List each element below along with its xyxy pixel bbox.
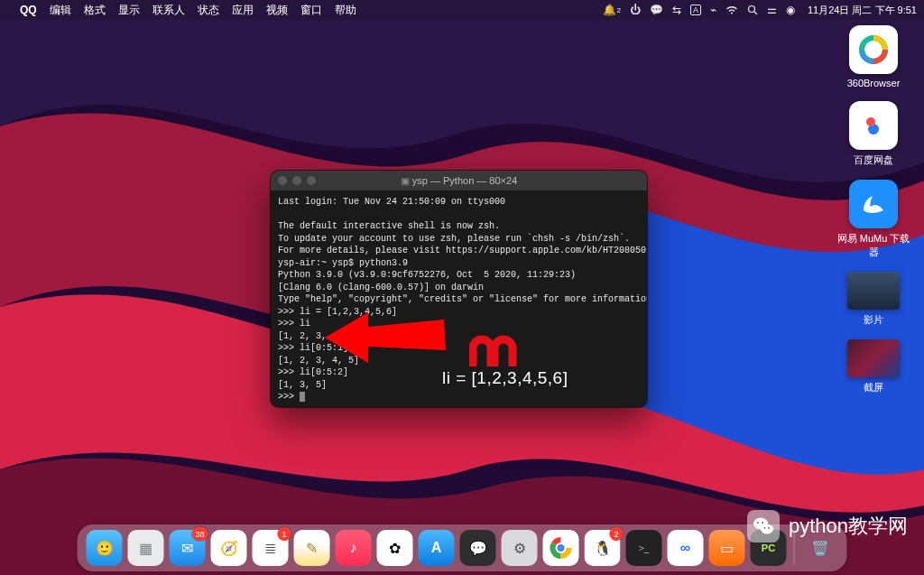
dock-finder[interactable]: 🙂 (87, 530, 123, 566)
siri-icon[interactable]: ◉ (786, 4, 795, 16)
sync-icon[interactable]: ⇆ (672, 4, 681, 16)
menu-video[interactable]: 视频 (266, 3, 288, 18)
dock-mail[interactable]: ✉︎38 (170, 530, 206, 566)
annotation-text: li = [1,2,3,4,5,6] (442, 368, 568, 388)
dock-qq[interactable]: 🐧2 (585, 530, 621, 566)
svg-point-13 (764, 527, 766, 529)
menu-status[interactable]: 状态 (198, 3, 219, 18)
menu-apps[interactable]: 应用 (232, 3, 254, 18)
window-titlebar[interactable]: ▣ ysp — Python — 80×24 (271, 171, 647, 190)
menu-edit[interactable]: 编辑 (50, 3, 71, 18)
svg-point-11 (757, 522, 759, 524)
annotation-logo (469, 334, 520, 370)
desktop-icons: 360Browser 百度网盘 网易 MuMu 下载器 影片 截屏 (836, 25, 911, 394)
dock-notes[interactable]: ✎ (294, 530, 330, 566)
app-name[interactable]: QQ (20, 4, 37, 16)
desktop-icon-mumu[interactable]: 网易 MuMu 下载器 (836, 180, 911, 259)
menu-contacts[interactable]: 联系人 (152, 3, 185, 18)
watermark: python教学网 (747, 510, 908, 543)
desktop-icon-label: 截屏 (836, 381, 911, 394)
menu-window[interactable]: 窗口 (300, 3, 322, 18)
menu-format[interactable]: 格式 (84, 3, 106, 18)
zoom-button[interactable] (307, 176, 316, 185)
dock-appstore[interactable]: A (419, 530, 455, 566)
desktop-icon-label: 百度网盘 (836, 153, 911, 167)
dock-baidupan[interactable]: ∞ (668, 530, 704, 566)
dock-books[interactable]: ▭ (709, 530, 745, 566)
svg-point-10 (761, 524, 773, 534)
dock-launchpad[interactable]: ▦ (128, 530, 164, 566)
svg-line-2 (754, 12, 757, 14)
svg-point-12 (762, 522, 763, 524)
menu-help[interactable]: 帮助 (335, 3, 356, 18)
desktop-icon-screenshot[interactable]: 截屏 (836, 339, 911, 394)
desktop-icon-baidupan[interactable]: 百度网盘 (836, 101, 911, 167)
desktop-icon-label: 网易 MuMu 下载器 (836, 232, 911, 259)
annotation-arrow (325, 307, 451, 383)
desktop-icon-video[interactable]: 影片 (836, 272, 911, 327)
desktop-icon-label: 360Browser (836, 78, 911, 88)
menubar: QQ 编辑 格式 显示 联系人 状态 应用 视频 窗口 帮助 🔔2 ⏻ 💬 ⇆ … (0, 0, 924, 20)
bluetooth-icon[interactable]: ⌁ (710, 4, 716, 16)
menu-view[interactable]: 显示 (118, 3, 140, 18)
svg-marker-5 (325, 312, 446, 363)
close-button[interactable] (278, 176, 287, 185)
svg-point-8 (557, 543, 566, 552)
watermark-text: python教学网 (789, 513, 908, 540)
search-icon[interactable] (747, 5, 758, 15)
dock-photos[interactable]: ✿ (377, 530, 413, 566)
svg-point-1 (748, 6, 754, 13)
dock-music[interactable]: ♪ (336, 530, 372, 566)
wechat-status-icon[interactable]: 💬 (650, 4, 663, 16)
power-icon[interactable]: ⏻ (630, 4, 641, 16)
dock-chrome[interactable] (543, 530, 579, 566)
svg-point-14 (768, 527, 770, 529)
dock-safari[interactable]: 🧭 (211, 530, 247, 566)
clock[interactable]: 11月24日 周二 下午 9:51 (808, 4, 917, 17)
minimize-button[interactable] (292, 176, 301, 185)
wifi-icon[interactable] (725, 5, 738, 15)
folder-icon: ▣ (401, 175, 410, 186)
desktop-icon-label: 影片 (836, 313, 911, 327)
dock-terminal[interactable]: >_ (626, 530, 662, 566)
wechat-icon (747, 510, 780, 543)
window-title: ysp — Python — 80×24 (412, 175, 517, 186)
dock-reminders[interactable]: ≣1 (253, 530, 289, 566)
desktop-icon-360browser[interactable]: 360Browser (836, 25, 911, 88)
control-center-icon[interactable]: ⚌ (767, 4, 777, 16)
text-cursor (300, 392, 305, 402)
input-icon[interactable]: A (690, 5, 701, 15)
svg-point-4 (866, 117, 875, 126)
dock-wechat[interactable]: 💬 (460, 530, 496, 566)
dock-settings[interactable]: ⚙︎ (502, 530, 538, 566)
dock: 🙂 ▦ ✉︎38 🧭 ≣1 ✎ ♪ ✿ A 💬 ⚙︎ 🐧2 >_ ∞ ▭ PC … (78, 524, 847, 571)
notification-icon[interactable]: 🔔2 (603, 4, 620, 16)
